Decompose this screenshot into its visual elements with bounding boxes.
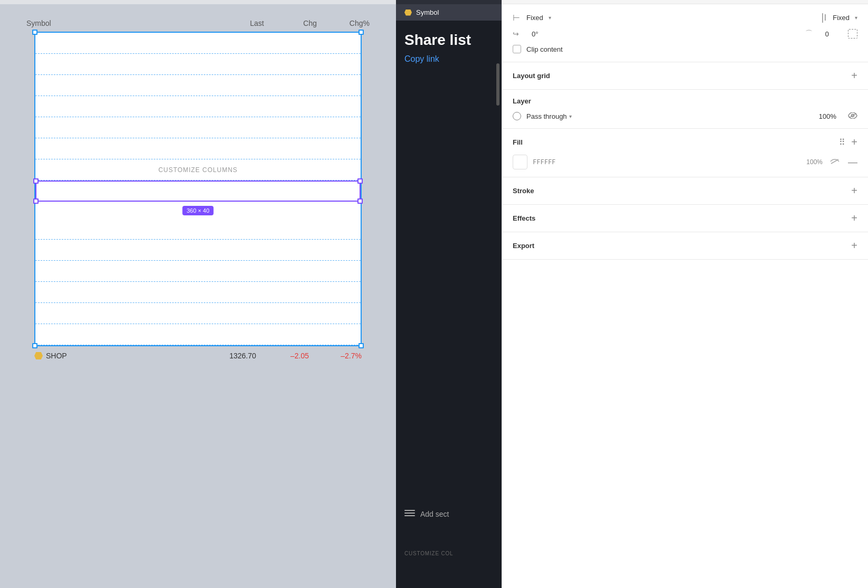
- stroke-add-button[interactable]: +: [851, 185, 857, 197]
- symbol-icon: [34, 352, 43, 359]
- fill-actions: ⠿ +: [839, 136, 857, 148]
- export-title: Export: [513, 242, 534, 250]
- dashed-row: [35, 96, 361, 117]
- canvas-area: Symbol Last Chg Chg% CUSTOMIZE C: [0, 0, 396, 588]
- dashed-row: [35, 138, 361, 159]
- middle-symbol-icon: [404, 10, 412, 16]
- customize-columns-row: CUSTOMIZE COLUMNS: [35, 159, 361, 181]
- fill-row: FFFFFF 100% —: [513, 155, 857, 169]
- effects-add-button[interactable]: +: [851, 212, 857, 224]
- right-panel: ⊢ Fixed ▾ I Fixed ▾ ↪ 0° ⌒ 0 Clip conten…: [502, 0, 868, 588]
- export-section: Export +: [502, 232, 868, 260]
- table-header: Symbol Last Chg Chg%: [26, 15, 370, 32]
- dashed-row: [35, 219, 361, 240]
- position-section: ⊢ Fixed ▾ I Fixed ▾ ↪ 0° ⌒ 0 Clip conten…: [502, 4, 868, 62]
- icon-line: [404, 510, 415, 511]
- dashed-row: [35, 303, 361, 324]
- customize-col-text: CUSTOMIZE COL: [404, 551, 453, 556]
- handle-outer-tl[interactable]: [32, 30, 37, 35]
- fill-hide-icon[interactable]: [830, 158, 839, 166]
- fill-opacity-value[interactable]: 100%: [801, 158, 823, 166]
- stroke-section: Stroke +: [502, 177, 868, 205]
- fill-section: Fill ⠿ + FFFFFF 100% —: [502, 129, 868, 177]
- col-chg: Chg: [264, 19, 317, 27]
- right-panel-top: [502, 0, 868, 4]
- copy-link-button[interactable]: Copy link: [404, 54, 493, 64]
- bottom-chg-pct: –2.7%: [309, 352, 362, 360]
- visibility-eye-icon[interactable]: [848, 111, 857, 121]
- h-constraint-label[interactable]: Fixed: [526, 14, 543, 22]
- middle-panel: Symbol Share list Copy link Add sect CUS…: [396, 0, 502, 588]
- col-symbol: Symbol: [26, 19, 211, 27]
- dashed-rows-bottom: [35, 219, 361, 345]
- v-constraint-icon: I: [822, 13, 826, 23]
- bottom-symbol: SHOP: [34, 352, 203, 360]
- dashed-row: [35, 117, 361, 138]
- fill-add-button[interactable]: +: [851, 136, 857, 148]
- effects-title: Effects: [513, 214, 535, 222]
- handle-outer-tr[interactable]: [358, 30, 364, 35]
- dashed-row: [35, 54, 361, 75]
- effects-section: Effects +: [502, 205, 868, 232]
- bottom-row: SHOP 1326.70 –2.05 –2.7%: [34, 346, 362, 365]
- layout-grid-add-button[interactable]: +: [851, 70, 857, 82]
- fill-header: Fill ⠿ +: [513, 136, 857, 148]
- corner-value[interactable]: 0: [825, 30, 829, 38]
- dashed-row: [35, 282, 361, 303]
- corner-dashed-box: [848, 29, 857, 39]
- icon-line: [404, 515, 415, 516]
- clip-content-row: Clip content: [513, 45, 857, 53]
- dashed-row: [35, 240, 361, 261]
- add-section-text: Add sect: [420, 510, 449, 518]
- handle-inner-tr[interactable]: [357, 178, 363, 184]
- dashed-row: [35, 324, 361, 345]
- add-section-row[interactable]: Add sect: [396, 504, 502, 525]
- rotation-value[interactable]: 0°: [532, 30, 538, 38]
- opacity-value[interactable]: 100%: [819, 112, 836, 120]
- share-list-panel: Share list Copy link: [396, 21, 502, 74]
- dashed-rows-top: CUSTOMIZE COLUMNS: [35, 33, 361, 181]
- h-constraint-arrow: ▾: [549, 15, 551, 21]
- middle-top-bar: [396, 0, 502, 4]
- customize-columns-text: CUSTOMIZE COLUMNS: [158, 166, 238, 174]
- fixed-row: ⊢ Fixed ▾ I Fixed ▾: [513, 13, 857, 23]
- fill-style-icon[interactable]: ⠿: [839, 137, 846, 147]
- rotation-row: ↪ 0° ⌒ 0: [513, 29, 857, 39]
- handle-inner-tl[interactable]: [33, 178, 39, 184]
- layer-title: Layer: [513, 97, 857, 105]
- handle-inner-bl[interactable]: [33, 198, 39, 204]
- layout-grid-section: Layout grid +: [502, 62, 868, 90]
- blend-mode-dropdown[interactable]: Pass through ▾: [526, 112, 814, 120]
- inner-selection: 360 × 40: [35, 181, 361, 202]
- add-section-icon: [404, 510, 415, 518]
- middle-symbol-bar: Symbol: [396, 4, 502, 21]
- fill-remove-button[interactable]: —: [848, 157, 857, 168]
- fill-color-swatch[interactable]: [513, 155, 527, 169]
- layer-row: Pass through ▾ 100%: [513, 111, 857, 121]
- corner-icon: ⌒: [805, 29, 813, 39]
- size-badge: 360 × 40: [182, 206, 213, 215]
- fill-hex-value[interactable]: FFFFFF: [533, 158, 796, 166]
- selection-container: CUSTOMIZE COLUMNS 360 × 40: [34, 32, 362, 346]
- dashed-row: [35, 261, 361, 282]
- fill-title: Fill: [513, 138, 523, 146]
- blend-mode-icon: [513, 112, 521, 120]
- handle-outer-br[interactable]: [358, 343, 364, 348]
- handle-inner-br[interactable]: [357, 198, 363, 204]
- rotation-icon: ↪: [513, 30, 519, 38]
- blend-mode-label: Pass through: [526, 112, 567, 120]
- scroll-bar[interactable]: [496, 63, 499, 106]
- icon-line: [404, 513, 415, 514]
- clip-content-checkbox[interactable]: [513, 45, 521, 53]
- bottom-chg: –2.05: [256, 352, 309, 360]
- v-constraint-label[interactable]: Fixed: [833, 14, 850, 22]
- stroke-title: Stroke: [513, 187, 534, 195]
- clip-content-label: Clip content: [526, 45, 563, 53]
- col-chg-pct: Chg%: [317, 19, 370, 27]
- canvas-top-bar: [0, 0, 396, 4]
- export-add-button[interactable]: +: [851, 240, 857, 252]
- v-constraint-arrow: ▾: [855, 15, 857, 21]
- handle-outer-bl[interactable]: [32, 343, 37, 348]
- col-last: Last: [211, 19, 264, 27]
- share-list-title: Share list: [404, 31, 493, 49]
